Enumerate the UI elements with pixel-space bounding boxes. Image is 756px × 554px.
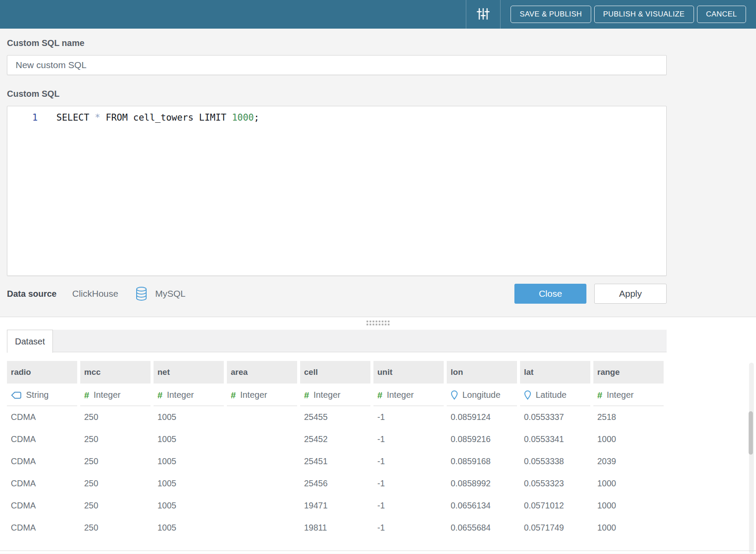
column-type: Latitude [520, 384, 590, 406]
table-row: CDMA250100525451-10.08591680.05533382039 [7, 450, 756, 472]
sql-token: ; [254, 112, 259, 123]
apply-button[interactable]: Apply [594, 284, 667, 304]
table-cell: -1 [373, 406, 444, 428]
table-cell: 0.0571012 [520, 495, 590, 517]
table-cell: 0.0553338 [520, 450, 590, 472]
drag-dot [379, 321, 380, 322]
close-button[interactable]: Close [514, 284, 586, 304]
table-cell: 19811 [300, 517, 370, 539]
column-header: range [593, 361, 664, 384]
table-row: CDMA250100525452-10.08592160.05533411000 [7, 428, 756, 450]
table-cell: 0.0859216 [447, 428, 517, 450]
table-cell: 1000 [593, 517, 664, 539]
panel-resize-handle[interactable] [367, 321, 389, 325]
drag-dot [370, 321, 371, 322]
table-cell: 1000 [593, 428, 664, 450]
sql-token [89, 112, 95, 123]
custom-sql-page: { "header": { "buttons": [ { "label": "S… [0, 0, 756, 554]
table-cell: 25455 [300, 406, 370, 428]
table-cell: 1005 [154, 495, 224, 517]
column-type-label: Integer [607, 390, 634, 400]
publish-and-visualize-button[interactable]: PUBLISH & VISUALIZE [594, 6, 694, 23]
database-icon [136, 286, 147, 301]
table-cell: CDMA [7, 517, 77, 539]
table-cell: 25451 [300, 450, 370, 472]
sql-token: * [95, 112, 101, 123]
tab-bar: Dataset [7, 330, 667, 352]
table-cell: 250 [80, 450, 151, 472]
column-type-label: Integer [314, 390, 340, 400]
vertical-scrollbar-thumb[interactable] [749, 411, 753, 455]
vertical-scrollbar-track[interactable] [749, 363, 754, 554]
table-cell: CDMA [7, 428, 77, 450]
datasource-mysql-label: MySQL [155, 288, 186, 299]
table-cell: -1 [373, 450, 444, 472]
drag-dot [388, 324, 389, 325]
table-cell: CDMA [7, 495, 77, 517]
datasource-clickhouse-label: ClickHouse [72, 288, 118, 299]
column-header: radio [7, 361, 77, 384]
dataset-preview-table: radiomccnetareacellunitlonlatrangeString… [7, 361, 756, 539]
dataset-panel: Dataset radiomccnetareacellunitlonlatran… [0, 317, 756, 554]
drag-dot [388, 321, 389, 322]
custom-sql-label: Custom SQL [7, 89, 667, 99]
sql-token: FROM cell_towers LIMIT [106, 112, 232, 123]
drag-dot [367, 321, 368, 322]
line-number: 1 [7, 112, 38, 123]
table-cell: CDMA [7, 406, 77, 428]
table-cell [227, 472, 297, 495]
drag-dot [385, 321, 386, 322]
longitude-icon [451, 390, 458, 400]
sliders-button[interactable] [466, 0, 500, 29]
sql-token: 1000 [232, 112, 254, 123]
toolbar-divider [500, 0, 501, 29]
top-toolbar: SAVE & PUBLISH PUBLISH & VISUALIZE CANCE… [0, 0, 756, 29]
column-header: unit [373, 361, 444, 384]
column-type: #Integer [154, 384, 224, 406]
table-cell: -1 [373, 472, 444, 495]
column-type-label: Integer [240, 390, 267, 400]
table-cell: 1000 [593, 495, 664, 517]
table-row: CDMA250100525456-10.08589920.05533231000 [7, 472, 756, 495]
sql-editor[interactable]: 1 SELECT * FROM cell_towers LIMIT 1000; [7, 106, 667, 276]
table-cell: CDMA [7, 450, 77, 472]
table-cell [227, 428, 297, 450]
table-row: CDMA250100525455-10.08591240.05533372518 [7, 406, 756, 428]
drag-dot [376, 324, 377, 325]
table-cell: 0.0656134 [447, 495, 517, 517]
column-header: lon [447, 361, 517, 384]
column-type-label: Integer [167, 390, 194, 400]
latitude-icon [524, 390, 531, 400]
column-type: #Integer [80, 384, 151, 406]
table-cell: 0.0858992 [447, 472, 517, 495]
table-cell: 1005 [154, 428, 224, 450]
custom-sql-name-input[interactable] [7, 55, 667, 75]
datasource-mysql[interactable]: MySQL [136, 286, 186, 301]
table-cell: 0.0859124 [447, 406, 517, 428]
table-cell: 1005 [154, 450, 224, 472]
table-cell: CDMA [7, 472, 77, 495]
table-cell: -1 [373, 517, 444, 539]
sql-code-line: SELECT * FROM cell_towers LIMIT 1000; [38, 112, 259, 123]
table-cell: 1005 [154, 472, 224, 495]
data-source-label: Data source [7, 289, 57, 299]
table-cell: 0.0553323 [520, 472, 590, 495]
column-header: cell [300, 361, 370, 384]
datasource-clickhouse[interactable]: ClickHouse [72, 288, 118, 299]
table-cell: 19471 [300, 495, 370, 517]
column-type-label: Integer [387, 390, 414, 400]
table-cell [227, 406, 297, 428]
tab-dataset[interactable]: Dataset [7, 330, 53, 353]
save-and-publish-button[interactable]: SAVE & PUBLISH [511, 6, 591, 23]
table-cell: 250 [80, 428, 151, 450]
table-cell [227, 495, 297, 517]
drag-dot [373, 324, 374, 325]
column-type-label: String [26, 390, 49, 400]
table-row: CDMA250100519811-10.06556840.05717491000 [7, 517, 756, 539]
table-cell: 1005 [154, 517, 224, 539]
drag-dot [376, 321, 377, 322]
column-type: #Integer [373, 384, 444, 406]
column-type-label: Integer [94, 390, 121, 400]
cancel-button[interactable]: CANCEL [697, 6, 746, 23]
custom-sql-name-label: Custom SQL name [7, 29, 667, 48]
